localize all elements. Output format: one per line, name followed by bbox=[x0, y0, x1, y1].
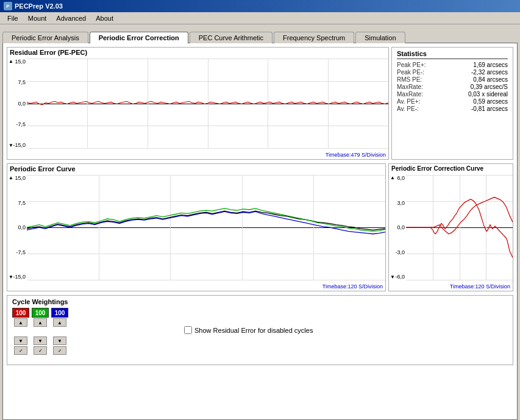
cycle-red-down[interactable]: ▼ bbox=[14, 336, 27, 345]
y-label-max: 15,0 bbox=[15, 59, 26, 65]
top-chart-area: Residual Error (PE-PEC) ▲ ▼ 15,0 7,5 0,0… bbox=[7, 47, 513, 160]
stat-value-maxrate-2: 0,03 x sidereal bbox=[468, 91, 508, 98]
residual-chart-title: Residual Error (PE-PEC) bbox=[7, 48, 388, 57]
pe-y-arrow-down: ▼ bbox=[9, 274, 13, 280]
statistics-box: Statistics Peak PE+: 1,69 arcsecs Peak P… bbox=[391, 47, 513, 160]
menu-advanced[interactable]: Advanced bbox=[51, 13, 91, 23]
y-axis-up-arrow: ▲ bbox=[9, 59, 13, 64]
cycle-red-up[interactable]: ▲ bbox=[14, 318, 27, 327]
cycle-blue-up[interactable]: ▲ bbox=[53, 318, 66, 327]
pec-grid-4 bbox=[406, 280, 513, 280]
pec-y-arrow-down: ▼ bbox=[390, 274, 395, 280]
cycle-col-red: 100 ▲ ▼ ✓ bbox=[12, 308, 29, 355]
residual-timebase: Timebase:479 S/Division bbox=[326, 152, 386, 158]
cycle-controls: 100 ▲ ▼ ✓ 100 ▲ ▼ ✓ bbox=[12, 308, 68, 355]
pec-timebase: Timebase:120 S/Division bbox=[450, 283, 510, 290]
stat-av-pe-minus: Av. PE-: -0,81 arcsecs bbox=[397, 105, 508, 112]
stat-label-peak-pe-plus: Peak PE+: bbox=[397, 62, 426, 68]
cycle-green-check[interactable]: ✓ bbox=[34, 346, 47, 355]
y-label-min: -15,0 bbox=[13, 142, 26, 148]
stat-label-maxrate-2: MaxRate: bbox=[397, 91, 423, 98]
menu-bar: File Mount Advanced About bbox=[0, 12, 520, 24]
pec-y-max: 6,0 bbox=[397, 175, 405, 181]
stat-maxrate-1: MaxRate: 0,39 arcsec/S bbox=[397, 84, 508, 90]
pec-curve-plot bbox=[406, 175, 513, 280]
tab-pec[interactable]: Periodic Error Correction bbox=[90, 32, 188, 43]
stat-peak-pe-minus: Peak PE-: -2,32 arcsecs bbox=[397, 69, 508, 76]
pe-curve-title: Periodic Error Curve bbox=[7, 164, 385, 174]
stat-value-av-pe-minus: -0,81 arcsecs bbox=[471, 105, 508, 112]
pec-y-min: -6,0 bbox=[395, 274, 405, 280]
cycle-green-up[interactable]: ▲ bbox=[34, 318, 47, 327]
cycle-weightings-panel: Cycle Weightings 100 ▲ ▼ ✓ 100 bbox=[7, 295, 513, 365]
cycle-badge-blue: 100 bbox=[51, 308, 68, 318]
pe-y-arrow-up: ▲ bbox=[9, 175, 13, 180]
y-label-low: -7,5 bbox=[16, 121, 26, 127]
tab-pea[interactable]: Periodic Error Analysis bbox=[2, 32, 88, 43]
stat-value-peak-pe-plus: 1,69 arcsecs bbox=[473, 62, 508, 68]
cycle-weightings-title: Cycle Weightings bbox=[12, 298, 508, 305]
pe-y-zero: 0,0 bbox=[18, 224, 26, 230]
cycle-red-check[interactable]: ✓ bbox=[14, 346, 27, 355]
pe-y-max: 15,0 bbox=[15, 175, 26, 181]
stat-label-peak-pe-minus: Peak PE-: bbox=[397, 69, 424, 76]
pec-curve-title: Periodic Error Correction Curve bbox=[389, 164, 513, 173]
cycle-blue-down[interactable]: ▼ bbox=[53, 336, 66, 345]
cycle-badge-green: 100 bbox=[32, 308, 49, 318]
stat-peak-pe-plus: Peak PE+: 1,69 arcsecs bbox=[397, 62, 508, 68]
pec-curve-svg bbox=[406, 175, 513, 280]
pe-grid-4 bbox=[27, 280, 385, 280]
grid-line-4 bbox=[27, 148, 388, 149]
pec-y-arrow-up: ▲ bbox=[390, 175, 395, 180]
stat-av-pe-plus: Av. PE+: 0,59 arcsecs bbox=[397, 98, 508, 105]
pe-y-axis: 15,0 7,5 0,0 -7,5 -15,0 bbox=[7, 175, 27, 280]
show-residual-checkbox[interactable] bbox=[184, 326, 192, 334]
menu-file[interactable]: File bbox=[2, 13, 23, 23]
pec-y-axis: 6,0 3,0 0,0 -3,0 -6,0 bbox=[389, 175, 406, 280]
cycle-col-blue: 100 ▲ ▼ ✓ bbox=[51, 308, 68, 355]
app-icon: P bbox=[4, 2, 12, 10]
tab-sim[interactable]: Simulation bbox=[355, 32, 405, 43]
menu-about[interactable]: About bbox=[91, 13, 118, 23]
cycle-green-down[interactable]: ▼ bbox=[34, 336, 47, 345]
y-label-zero: 0,0 bbox=[18, 101, 26, 107]
residual-curve-svg bbox=[27, 59, 388, 148]
tab-pca[interactable]: PEC Curve Arithmetic bbox=[190, 32, 272, 43]
stat-rms-pe: RMS PE: 0,84 arcsecs bbox=[397, 76, 508, 83]
stat-label-maxrate-1: MaxRate: bbox=[397, 84, 423, 90]
pec-y-low: -3,0 bbox=[395, 249, 405, 255]
stat-maxrate-2: MaxRate: 0,03 x sidereal bbox=[397, 91, 508, 98]
title-bar-text: PECPrep V2.03 bbox=[15, 2, 63, 10]
pe-curve-svg bbox=[27, 175, 385, 280]
stat-value-av-pe-plus: 0,59 arcsecs bbox=[473, 98, 508, 105]
pe-y-low: -7,5 bbox=[16, 249, 26, 255]
stats-title: Statistics bbox=[397, 50, 508, 59]
stat-label-rms-pe: RMS PE: bbox=[397, 76, 422, 83]
pe-timebase: Timebase:120 S/Division bbox=[322, 283, 383, 290]
cycle-blue-check[interactable]: ✓ bbox=[53, 346, 66, 355]
menu-mount[interactable]: Mount bbox=[23, 13, 52, 23]
main-content: Residual Error (PE-PEC) ▲ ▼ 15,0 7,5 0,0… bbox=[2, 43, 518, 420]
stat-value-maxrate-1: 0,39 arcsec/S bbox=[471, 84, 508, 90]
tab-bar: Periodic Error Analysis Periodic Error C… bbox=[0, 24, 520, 43]
stat-value-rms-pe: 0,84 arcsecs bbox=[473, 76, 508, 83]
y-axis-labels: 15,0 7,5 0,0 -7,5 -15,0 bbox=[7, 59, 27, 148]
pe-curve-plot bbox=[27, 175, 385, 280]
tab-fs[interactable]: Frequency Spectrum bbox=[274, 32, 354, 43]
bottom-charts: Periodic Error Curve ▲ ▼ 15,0 7,5 0,0 -7… bbox=[7, 163, 513, 291]
pe-curve-chart: Periodic Error Curve ▲ ▼ 15,0 7,5 0,0 -7… bbox=[7, 163, 386, 291]
pec-y-zero: 0,0 bbox=[397, 224, 405, 230]
show-residual-section: Show Residual Error for disabled cycles bbox=[184, 326, 313, 334]
cycle-col-green: 100 ▲ ▼ ✓ bbox=[32, 308, 49, 355]
show-residual-label: Show Residual Error for disabled cycles bbox=[194, 327, 313, 334]
cycle-badge-red: 100 bbox=[12, 308, 29, 318]
residual-error-chart: Residual Error (PE-PEC) ▲ ▼ 15,0 7,5 0,0… bbox=[7, 47, 389, 160]
stat-label-av-pe-plus: Av. PE+: bbox=[397, 98, 420, 105]
pec-y-high: 3,0 bbox=[397, 200, 405, 206]
stat-label-av-pe-minus: Av. PE-: bbox=[397, 105, 419, 112]
title-bar: P PECPrep V2.03 bbox=[0, 0, 520, 12]
pe-y-high: 7,5 bbox=[18, 200, 26, 206]
y-axis-down-arrow: ▼ bbox=[9, 143, 13, 148]
y-label-high: 7,5 bbox=[18, 79, 26, 85]
pe-y-min: -15,0 bbox=[13, 274, 26, 280]
